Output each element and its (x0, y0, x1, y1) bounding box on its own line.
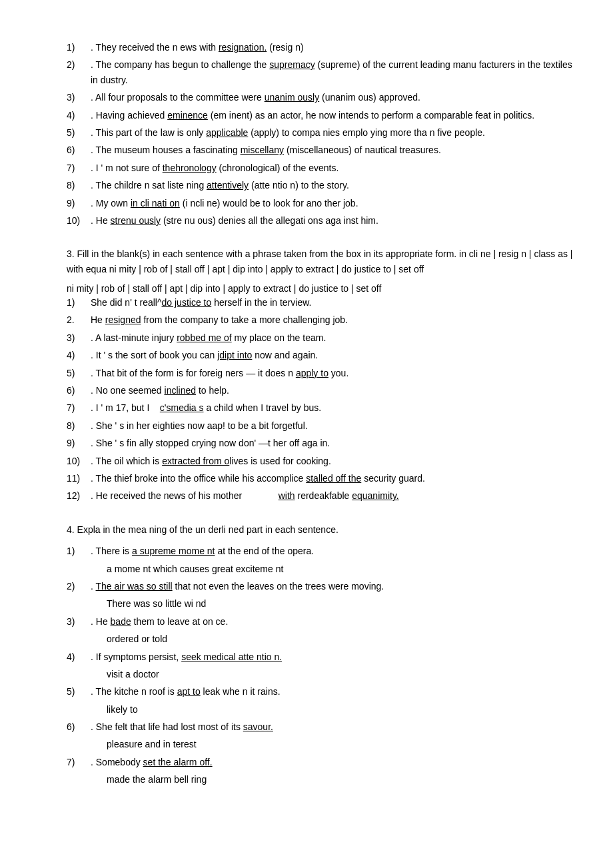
list-item: 7) . I ' m not sure of thehronology (chr… (67, 161, 573, 175)
list-item: 1) . There is a supreme mome nt at the e… (67, 544, 573, 558)
answer-line: visit a doctor (67, 667, 573, 681)
list-item: 2. He resigned from the company to take … (67, 312, 573, 327)
list-item: 4) . Having achieved eminence (em inent)… (67, 108, 573, 123)
list-item: 5) . That bit of the form is for foreig … (67, 366, 573, 380)
list-item: 6) . The museum houses a fascinating mis… (67, 143, 573, 157)
list-item: 7) . I ' m 17, but I c'smedia s a child … (67, 400, 573, 415)
section-2: 1) . They received the n ews with resign… (67, 40, 573, 228)
answer-line: There was so little wi nd (67, 596, 573, 611)
list-item: 4) . It ' s the sort of book you can jdi… (67, 348, 573, 362)
list-item: 3) . All four proposals to the committee… (67, 90, 573, 105)
list-item: 6) . No one seemed inclined to help. (67, 383, 573, 398)
section-4-header: 4. Expla in the mea ning of the un derli… (67, 522, 573, 537)
list-item: 12) . He received the news of his mother… (67, 488, 573, 503)
list-item: 9) . My own in cli nati on (i ncli ne) w… (67, 196, 573, 211)
section-3-header: 3. Fill in the blank(s) in each sentence… (67, 246, 573, 276)
section-3: 3. Fill in the blank(s) in each sentence… (67, 246, 573, 503)
list-item: 2) . The company has begun to challenge … (67, 57, 573, 87)
section-4: 4. Expla in the mea ning of the un derli… (67, 522, 573, 787)
list-item: 11) . The thief broke into the office wh… (67, 471, 573, 486)
list-item: 10) . He strenu ously (stre nu ous) deni… (67, 213, 573, 228)
list-item: 3) . A last-minute injury robbed me of m… (67, 330, 573, 345)
list-item: 8) . The childre n sat liste ning attent… (67, 178, 573, 193)
list-item: 2) . The air was so still that not even … (67, 579, 573, 594)
answer-line: made the alarm bell ring (67, 772, 573, 787)
list-item: 6) . She felt that life had lost most of… (67, 719, 573, 734)
list-item: 5) . This part of the law is only applic… (67, 125, 573, 140)
list-item: 7) . Somebody set the alarm off. (67, 755, 573, 769)
list-item: 1) . They received the n ews with resign… (67, 40, 573, 55)
answer-line: pleasure and in terest (67, 737, 573, 751)
answer-line: ordered or told (67, 632, 573, 646)
answer-line: a mome nt which causes great exciteme nt (67, 562, 573, 576)
list-item: 4) . If symptoms persist, seek medical a… (67, 650, 573, 664)
list-item: 9) . She ' s fin ally stopped crying now… (67, 436, 573, 450)
list-item: 3) . He bade them to leave at on ce. (67, 614, 573, 629)
list-item: 1) She did n' t reall^do justice to hers… (67, 295, 573, 310)
list-item: 10) . The oil which is extracted from ol… (67, 454, 573, 468)
list-item: 5) . The kitche n roof is apt to leak wh… (67, 684, 573, 699)
answer-line: likely to (67, 702, 573, 717)
list-item: 8) . She ' s in her eighties now aap! to… (67, 418, 573, 433)
